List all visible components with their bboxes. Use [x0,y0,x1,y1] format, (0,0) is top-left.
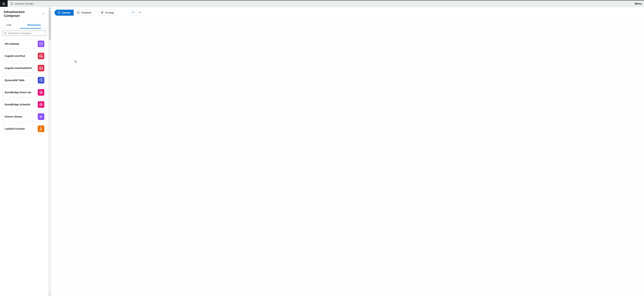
scroll-up-icon[interactable]: ▴ [49,7,50,10]
home-icon [2,2,5,5]
unsaved-changes-label: Unsaved changes [14,2,34,5]
resource-item[interactable]: Kinesis Stream [2,112,46,122]
api-gateway-icon [38,41,44,47]
scroll-down-icon[interactable]: ▾ [49,293,50,296]
resource-label: Cognito UserPool [5,55,25,57]
canvas-icon [58,11,60,14]
unsaved-changes-indicator: Unsaved changes [8,2,37,5]
svg-point-3 [58,13,58,14]
sidebar-tabs: List Resources [0,21,48,29]
template-icon [77,11,80,14]
undo-redo-group [130,9,143,16]
resource-label: Lambda Function [5,127,25,130]
resource-label: EventBridge Event rule [5,91,31,94]
resource-item[interactable]: EventBridge Schedule [2,100,46,109]
redo-icon [138,11,141,14]
resource-item[interactable]: EventBridge Event rule [2,88,46,97]
svg-point-1 [58,12,58,12]
resource-item[interactable]: API Gateway [2,39,46,49]
resource-item[interactable]: Cognito UserPool [2,51,46,61]
svg-point-0 [4,33,6,34]
tab-list[interactable]: List [0,21,18,29]
sidebar: Infrastructure Composer List Resources A… [0,7,48,296]
tab-resources[interactable]: Resources [18,21,44,29]
canvas-grid [51,17,644,296]
resource-label: EventBridge Schedule [5,103,30,106]
view-switcher: Canvas Template [54,10,95,16]
template-view-button[interactable]: Template [74,10,94,16]
resource-label: Kinesis Stream [5,115,22,118]
resource-label: DynamoDB Table [5,79,24,82]
resource-label: API Gateway [5,43,20,45]
eventbridge-sched-icon [38,101,44,108]
svg-point-2 [60,12,60,12]
search-icon [4,32,7,35]
scrollbar-thumb[interactable] [49,10,51,40]
canvas-view-label: Canvas [62,11,70,14]
canvas-area[interactable]: Canvas Template Arrange [51,7,644,296]
resource-label: Cognito UserPoolClient [5,67,32,70]
canvas-view-button[interactable]: Canvas [54,10,74,16]
page-title: Infrastructure Composer [4,10,42,18]
undo-icon [132,11,135,14]
lambda-icon [38,125,44,132]
top-bar: Unsaved changes Menu [0,0,644,7]
arrange-icon [101,11,104,14]
resource-list[interactable]: API GatewayCognito UserPoolCognito UserP… [0,38,48,296]
resource-item[interactable]: DynamoDB Table [2,75,46,85]
menu-button[interactable]: Menu [632,2,644,5]
eventbridge-rule-icon [38,89,44,96]
redo-button[interactable] [136,10,143,16]
resource-item[interactable]: Cognito UserPoolClient [2,63,46,73]
svg-rect-7 [102,12,103,12]
sidebar-scrollbar[interactable]: ▴ ▾ [48,7,51,296]
file-icon [10,2,13,5]
chevron-left-icon [42,12,45,15]
search-wrap [0,29,48,38]
resource-item[interactable]: Lambda Function [2,124,46,134]
svg-rect-6 [101,12,102,12]
svg-rect-8 [102,13,102,14]
search-box[interactable] [2,31,46,36]
kinesis-icon [38,113,44,120]
search-input[interactable] [8,32,44,35]
template-view-label: Template [81,11,92,14]
dynamodb-icon [38,77,44,84]
sidebar-header: Infrastructure Composer [0,7,48,21]
arrange-label: Arrange [105,11,114,14]
cognito-userpool-icon [38,53,44,59]
undo-button[interactable] [130,10,136,16]
arrange-button[interactable]: Arrange [98,10,118,16]
cognito-client-icon [38,65,44,71]
collapse-sidebar-button[interactable] [42,12,46,16]
home-button[interactable] [0,0,8,7]
svg-point-4 [60,13,60,14]
canvas-toolbar: Canvas Template Arrange [54,9,143,16]
